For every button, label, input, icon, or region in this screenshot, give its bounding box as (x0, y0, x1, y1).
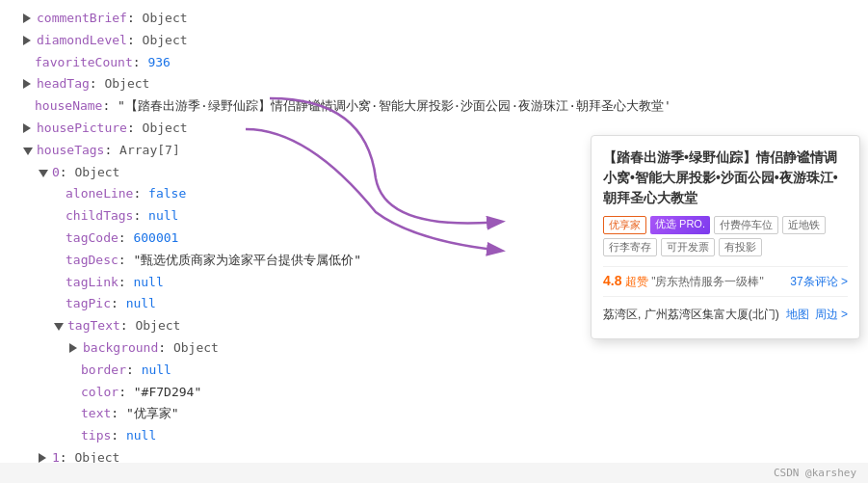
key-childTags: childTags (66, 206, 133, 227)
expand-tagText[interactable] (54, 317, 66, 329)
rating-score: 4.8 (603, 273, 621, 288)
key-headTag: headTag (37, 74, 90, 94)
key-color: color (81, 383, 118, 403)
key-item0: 0 (52, 163, 60, 183)
val-text: "优享家" (126, 404, 179, 424)
val-housePicture: Object (143, 119, 188, 139)
expand-background[interactable] (69, 339, 81, 351)
line-color: color : "#F7D294" (0, 382, 868, 404)
line-diamondLevel: diamondLevel : Object (0, 30, 868, 52)
val-aloneLine: false (148, 184, 186, 204)
expand-item0[interactable] (39, 164, 50, 175)
expand-commentBrief[interactable] (23, 10, 35, 21)
line-tips: tips : null (0, 425, 868, 447)
val-childTags: null (148, 206, 178, 227)
key-aloneLine: aloneLine (66, 184, 133, 204)
line-text: text : "优享家" (0, 403, 868, 425)
rating-left: 4.8 超赞 "房东热情服务一级棒" (603, 273, 764, 290)
preview-location: 荔湾区, 广州荔湾区集富大厦(北门) 地图 周边 > (603, 303, 848, 327)
location-links: 地图 周边 > (786, 307, 848, 323)
line-commentBrief: commentBrief : Object (0, 8, 868, 30)
tag-projection: 有投影 (719, 238, 762, 256)
preview-tags: 优享家 优选 PRO. 付费停车位 近地铁 行李寄存 可开发票 有投影 (603, 216, 848, 256)
val-tagDesc: "甄选优质商家为途家平台提供专属低价" (133, 251, 361, 271)
val-tagCode: 600001 (133, 228, 178, 249)
key-background: background (83, 338, 158, 359)
val-headTag: Object (104, 74, 149, 94)
preview-rating: 4.8 超赞 "房东热情服务一级棒" 37条评论 > (603, 266, 848, 297)
line-headTag: headTag : Object (0, 73, 868, 95)
key-favoriteCount: favoriteCount (35, 53, 133, 73)
attribution: CSDN @karshey (774, 467, 856, 479)
code-panel: commentBrief : Object diamondLevel : Obj… (0, 0, 868, 483)
key-houseName: houseName (35, 96, 102, 117)
tag-youxuan-pro: 优选 PRO. (650, 216, 710, 234)
expand-houseTags[interactable] (23, 142, 35, 153)
val-commentBrief: Object (143, 9, 188, 29)
main-container: commentBrief : Object diamondLevel : Obj… (0, 0, 868, 483)
line-houseName: houseName : "【踏春出游季·绿野仙踪】情侣静谧情调小窝·智能大屏投影… (0, 95, 868, 118)
key-text: text (81, 404, 111, 424)
tag-parking: 付费停车位 (714, 216, 778, 234)
val-houseTags: Array[7] (119, 141, 180, 161)
key-houseTags: houseTags (37, 141, 104, 161)
line-favoriteCount: favoriteCount : 936 (0, 52, 868, 74)
key-diamondLevel: diamondLevel (37, 31, 127, 51)
navigate-link[interactable]: 周边 > (815, 307, 848, 323)
expand-headTag[interactable] (23, 75, 35, 87)
val-diamondLevel: Object (143, 31, 188, 51)
val-border: null (142, 361, 171, 381)
val-favoriteCount: 936 (147, 53, 170, 73)
key-tagText: tagText (67, 316, 120, 336)
expand-item1[interactable] (39, 449, 50, 461)
key-tagLink: tagLink (66, 273, 118, 293)
key-tagCode: tagCode (66, 228, 118, 249)
tag-invoice: 可开发票 (661, 238, 715, 256)
review-count[interactable]: 37条评论 > (790, 274, 848, 290)
val-item0: Object (74, 163, 119, 183)
key-border: border (81, 361, 126, 381)
val-background: Object (173, 338, 219, 359)
val-color: "#F7D294" (134, 383, 201, 403)
footer-bar: CSDN @karshey (0, 463, 868, 483)
key-commentBrief: commentBrief (37, 9, 127, 29)
key-tagPic: tagPic (66, 294, 111, 314)
val-tagLink: null (133, 273, 163, 293)
location-text: 荔湾区, 广州荔湾区集富大厦(北门) (603, 307, 779, 323)
line-border: border : null (0, 360, 868, 382)
tag-youxuanjia: 优享家 (603, 216, 646, 234)
key-housePicture: housePicture (37, 119, 127, 139)
val-houseName: "【踏春出游季·绿野仙踪】情侣静谧情调小窝·智能大屏投影·沙面公园·夜游珠江·朝… (118, 96, 671, 117)
tag-metro: 近地铁 (782, 216, 826, 234)
val-tagPic: null (126, 294, 156, 314)
tag-luggage: 行李寄存 (603, 238, 657, 256)
key-tagDesc: tagDesc (66, 251, 118, 271)
preview-card: 【踏春出游季•绿野仙踪】情侣静谧情调小窝•智能大屏投影•沙面公园•夜游珠江•朝拜… (591, 135, 860, 339)
val-tips: null (126, 426, 156, 446)
map-link[interactable]: 地图 (786, 307, 809, 323)
val-tagText: Object (135, 316, 180, 336)
expand-housePicture[interactable] (23, 120, 35, 131)
rating-badge: 超赞 (625, 275, 648, 288)
preview-title: 【踏春出游季•绿野仙踪】情侣静谧情调小窝•智能大屏投影•沙面公园•夜游珠江•朝拜… (603, 148, 848, 208)
rating-desc: "房东热情服务一级棒" (651, 275, 764, 288)
key-tips: tips (81, 426, 111, 446)
expand-diamondLevel[interactable] (23, 32, 35, 43)
line-background: background : Object (0, 337, 868, 360)
